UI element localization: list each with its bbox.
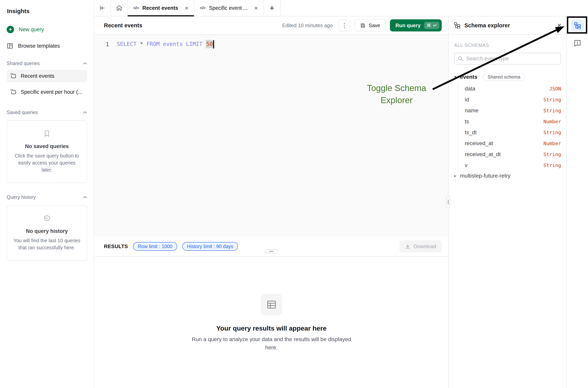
insights-app: Insights + New query Browse templates Sh… <box>0 0 588 388</box>
home-icon <box>116 4 123 12</box>
sidebar: Insights + New query Browse templates Sh… <box>0 0 94 388</box>
code-icon: </> <box>133 5 139 11</box>
field-name: received_at_dt <box>465 151 501 157</box>
feedback-button[interactable] <box>572 39 583 47</box>
field-type: String <box>543 152 561 157</box>
sql-editor[interactable]: 1 SELECT * FROM events LIMIT 50 <box>94 35 448 237</box>
saved-empty-title: No saved queries <box>25 144 69 149</box>
schema-field-row[interactable]: data JSON <box>465 83 561 94</box>
schema-search-box[interactable] <box>454 53 561 65</box>
schema-field-row[interactable]: received_at Number <box>465 138 561 149</box>
download-button[interactable]: Download <box>400 240 442 252</box>
schema-event-row[interactable]: ▾ events Shared schema <box>454 73 561 81</box>
field-name: name <box>465 107 478 114</box>
sidebar-item-label: Specific event per hour (... <box>21 89 82 95</box>
shared-schema-badge: Shared schema <box>483 73 525 81</box>
results-empty-desc: Run a query to analyze your data and the… <box>186 335 357 352</box>
templates-icon <box>7 43 13 49</box>
page-title: Insights <box>7 8 87 14</box>
close-tab-icon[interactable]: × <box>185 5 188 11</box>
table-icon <box>266 299 277 310</box>
schema-panel-title: Schema explorer <box>464 22 510 29</box>
download-icon <box>405 244 410 249</box>
table-icon-box <box>261 294 282 315</box>
query-history-empty: No query history You will find the last … <box>7 205 87 261</box>
schema-panel-body: ALL SCHEMAS ▾ events Shared schema data … <box>449 43 566 179</box>
schema-explorer-panel: Schema explorer × ALL SCHEMAS ▾ events S… <box>448 16 566 388</box>
field-type: String <box>543 130 561 135</box>
more-options-button[interactable]: ⋮ <box>339 19 350 31</box>
all-schemas-label: ALL SCHEMAS <box>454 43 561 48</box>
history-limit-chip[interactable]: History limit : 90 days <box>182 242 238 251</box>
code-line: 1 SELECT * FROM events LIMIT 50 <box>94 40 448 49</box>
new-tab-button[interactable]: + <box>264 0 281 16</box>
browse-templates-label: Browse templates <box>18 43 60 49</box>
field-name: ts <box>465 118 469 125</box>
chevron-up-icon <box>83 196 87 199</box>
field-type: String <box>543 97 561 103</box>
field-type: Number <box>543 119 561 124</box>
enter-key-icon: ↵ <box>433 23 437 28</box>
sidebar-item-specific-event[interactable]: Specific event per hour (... <box>7 86 87 98</box>
schema-collapsed-event-row[interactable]: ▸ multistep-future-retry <box>454 173 561 179</box>
annotation-label: Toggle Schema Explorer <box>357 82 436 106</box>
chevron-right-icon: ▸ <box>454 173 460 178</box>
handle-dash <box>448 199 449 205</box>
keyboard-shortcut-badge: ⌘ ↵ <box>424 22 439 29</box>
results-label: RESULTS <box>104 243 128 249</box>
field-type: String <box>543 108 561 114</box>
section-query-history[interactable]: Query history <box>7 194 87 200</box>
tab-specific-event[interactable]: </> Specific event ... × <box>194 0 264 16</box>
panel-resize-handle[interactable] <box>446 196 450 208</box>
field-type: Number <box>543 141 561 146</box>
right-toolbar <box>566 16 588 388</box>
field-name: id <box>465 97 469 103</box>
schema-field-row[interactable]: v String <box>465 160 561 171</box>
section-saved-queries[interactable]: Saved queries <box>7 110 87 115</box>
query-icon <box>10 89 16 95</box>
field-type: String <box>543 163 561 168</box>
sidebar-item-recent-events[interactable]: Recent events <box>7 70 87 82</box>
schema-fields-list: data JSON id String name String ts Numbe… <box>458 83 561 171</box>
chevron-up-icon <box>83 111 87 114</box>
schema-tree-icon <box>454 22 460 29</box>
toggle-schema-explorer-button[interactable] <box>571 20 584 32</box>
schema-tree-icon-active <box>574 22 581 29</box>
field-name: received_at <box>465 140 493 146</box>
browse-templates-button[interactable]: Browse templates <box>7 43 87 49</box>
collapse-sidebar-button[interactable] <box>94 0 111 16</box>
run-query-label: Run query <box>395 23 421 28</box>
handle-dash <box>269 251 274 252</box>
save-icon <box>360 23 366 28</box>
search-icon <box>458 56 463 61</box>
editor-resize-handle[interactable] <box>265 249 278 253</box>
bookmark-icon <box>43 129 51 138</box>
field-type: JSON <box>549 86 561 92</box>
new-query-button[interactable]: + New query <box>7 26 87 33</box>
tab-recent-events[interactable]: </> Recent events × <box>128 0 194 16</box>
save-button[interactable]: Save <box>354 19 386 31</box>
section-shared-queries[interactable]: Shared queries <box>7 61 87 66</box>
history-empty-desc: You will find the last 10 queries that r… <box>13 237 81 251</box>
home-tab-button[interactable] <box>111 0 128 16</box>
editor-column: Recent events Edited 10 minutes ago ⋮ Sa… <box>94 16 448 388</box>
schema-field-row[interactable]: ts Number <box>465 116 561 127</box>
search-input[interactable] <box>466 55 558 62</box>
schema-panel-header: Schema explorer × <box>449 16 566 35</box>
history-empty-title: No query history <box>26 228 68 234</box>
history-icon <box>43 214 51 223</box>
close-tab-icon[interactable]: × <box>254 5 258 11</box>
close-panel-icon[interactable]: × <box>557 22 562 29</box>
query-history-label: Query history <box>7 194 36 200</box>
schema-field-row[interactable]: name String <box>465 105 561 116</box>
query-icon <box>10 73 16 79</box>
row-limit-chip[interactable]: Row limit : 1000 <box>133 242 177 251</box>
schema-field-row[interactable]: received_at_dt String <box>465 149 561 160</box>
run-query-button[interactable]: Run query ⌘ ↵ <box>390 19 442 31</box>
schema-field-row[interactable]: id String <box>465 94 561 105</box>
download-label: Download <box>414 243 436 249</box>
tab-label: Recent events <box>142 5 178 11</box>
collapse-left-icon <box>99 4 106 12</box>
editor-actions: Edited 10 minutes ago ⋮ Save Run query <box>282 19 442 31</box>
schema-field-row[interactable]: ts_dt String <box>465 127 561 138</box>
